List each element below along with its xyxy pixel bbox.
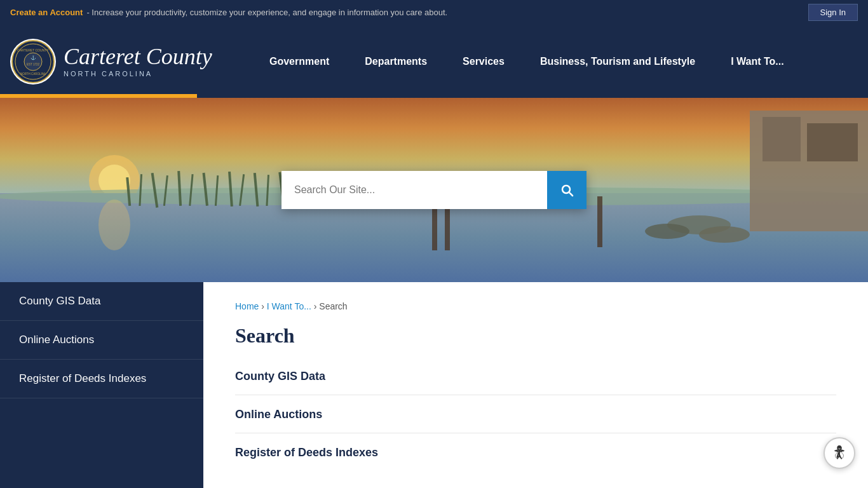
logo-text-area: Carteret County North Carolina [64,45,212,78]
breadcrumb-current: Search [319,301,347,311]
nav-item-business[interactable]: Business, Tourism and Lifestyle [522,25,713,98]
search-container [281,171,587,209]
site-logo[interactable]: CARTERET COUNTY NORTH CAROLINA ⚓ EST 172… [10,39,252,85]
main-nav: Government Departments Services Business… [252,25,868,98]
nav-item-iwantto[interactable]: I Want To... [713,25,802,98]
top-bar: Create an Account - Increase your produc… [0,0,868,25]
breadcrumb-sep2: › [311,301,319,311]
site-header: CARTERET COUNTY NORTH CAROLINA ⚓ EST 172… [0,25,868,98]
nav-item-government[interactable]: Government [252,25,347,98]
svg-text:⚓: ⚓ [31,55,36,60]
logo-county-name: Carteret County [64,45,212,68]
main-content: County GIS Data Online Auctions Register… [0,282,868,488]
svg-text:EST 1722: EST 1722 [27,63,39,66]
page-title: Search [235,324,836,348]
content-link-register-deeds[interactable]: Register of Deeds Indexes [235,446,836,471]
sidebar: County GIS Data Online Auctions Register… [0,282,203,488]
accessibility-button[interactable] [824,437,855,469]
nav-item-departments[interactable]: Departments [347,25,445,98]
sign-in-button[interactable]: Sign In [808,4,858,21]
sidebar-item-online-auctions[interactable]: Online Auctions [0,321,203,360]
nav-item-services[interactable]: Services [445,25,522,98]
promo-text: - Increase your productivity, customize … [86,8,447,17]
county-seal: CARTERET COUNTY NORTH CAROLINA ⚓ EST 172… [10,39,56,85]
page-content: Home › I Want To... › Search Search Coun… [203,282,868,488]
logo-state-name: North Carolina [64,70,212,78]
svg-text:CARTERET COUNTY: CARTERET COUNTY [17,48,49,52]
breadcrumb-home[interactable]: Home [235,301,259,311]
content-link-county-gis[interactable]: County GIS Data [235,370,836,395]
hero-section [0,98,868,282]
breadcrumb-iwantto[interactable]: I Want To... [267,301,311,311]
accessibility-icon [831,444,848,462]
sidebar-item-county-gis[interactable]: County GIS Data [0,282,203,321]
breadcrumb: Home › I Want To... › Search [235,301,836,311]
search-input[interactable] [281,171,547,209]
search-icon [559,182,574,198]
sidebar-item-register-deeds[interactable]: Register of Deeds Indexes [0,360,203,398]
breadcrumb-sep1: › [259,301,266,311]
svg-text:NORTH CAROLINA: NORTH CAROLINA [20,72,46,76]
create-account-link[interactable]: Create an Account [10,8,83,17]
top-bar-left: Create an Account - Increase your produc… [10,8,447,17]
content-link-online-auctions[interactable]: Online Auctions [235,408,836,433]
search-button[interactable] [547,171,587,209]
